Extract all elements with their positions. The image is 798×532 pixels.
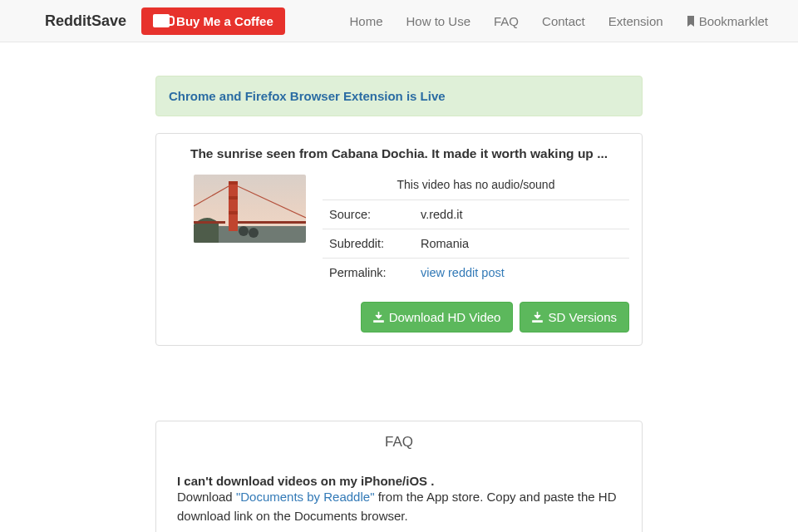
- bookmark-icon: [687, 16, 695, 27]
- svg-rect-2: [229, 181, 238, 231]
- svg-rect-4: [229, 196, 238, 200]
- nav-home[interactable]: Home: [349, 14, 382, 28]
- faq-question-1: I can't download videos on my iPhone/iOS…: [177, 474, 621, 488]
- download-buttons: Download HD Video SD Versions: [169, 302, 629, 332]
- source-value: v.redd.it: [414, 200, 629, 229]
- bmac-label: Buy Me a Coffee: [176, 14, 273, 28]
- post-panel: The sunrise seen from Cabana Dochia. It …: [155, 133, 643, 346]
- post-info: This video has no audio/sound Source:v.r…: [323, 173, 629, 287]
- post-thumbnail: [194, 175, 306, 243]
- extension-alert-link[interactable]: Chrome and Firefox Browser Extension is …: [169, 89, 446, 103]
- svg-rect-5: [229, 211, 238, 214]
- nav-bookmarklet[interactable]: Bookmarklet: [687, 14, 768, 28]
- svg-rect-8: [194, 221, 225, 224]
- download-icon: [373, 312, 384, 323]
- brand-link[interactable]: RedditSave: [45, 12, 126, 30]
- buy-me-coffee-button[interactable]: Buy Me a Coffee: [141, 7, 285, 35]
- subreddit-label: Subreddit:: [323, 229, 414, 259]
- svg-point-11: [249, 228, 259, 238]
- svg-point-10: [239, 226, 249, 236]
- faq-heading: FAQ: [177, 434, 621, 466]
- table-row: Source:v.redd.it: [323, 200, 629, 229]
- permalink-label: Permalink:: [323, 259, 414, 288]
- nav-faq[interactable]: FAQ: [494, 14, 519, 28]
- post-title: The sunrise seen from Cabana Dochia. It …: [169, 146, 629, 161]
- download-sd-button[interactable]: SD Versions: [520, 302, 629, 332]
- table-row: Subreddit:Romania: [323, 229, 629, 259]
- navbar: RedditSave Buy Me a Coffee Home How to U…: [0, 0, 798, 42]
- extension-alert: Chrome and Firefox Browser Extension is …: [155, 76, 643, 116]
- permalink-link[interactable]: view reddit post: [421, 266, 505, 279]
- faq-panel: FAQ I can't download videos on my iPhone…: [155, 421, 643, 532]
- documents-by-readdle-link[interactable]: "Documents by Readdle": [236, 490, 375, 504]
- source-label: Source:: [323, 200, 414, 229]
- main-container: Chrome and Firefox Browser Extension is …: [155, 42, 643, 532]
- table-row: Permalink:view reddit post: [323, 259, 629, 288]
- faq-answer-1: Download "Documents by Readdle" from the…: [177, 488, 621, 525]
- download-icon: [532, 312, 543, 323]
- svg-rect-3: [229, 181, 238, 185]
- svg-rect-9: [238, 221, 306, 224]
- audio-note: This video has no audio/sound: [323, 173, 629, 200]
- nav-links: Home How to Use FAQ Contact Extension Bo…: [349, 14, 768, 28]
- nav-howto[interactable]: How to Use: [406, 14, 471, 28]
- nav-extension[interactable]: Extension: [608, 14, 663, 28]
- subreddit-value: Romania: [414, 229, 629, 259]
- download-hd-button[interactable]: Download HD Video: [361, 302, 514, 332]
- nav-contact[interactable]: Contact: [542, 14, 585, 28]
- coffee-icon: [153, 14, 170, 27]
